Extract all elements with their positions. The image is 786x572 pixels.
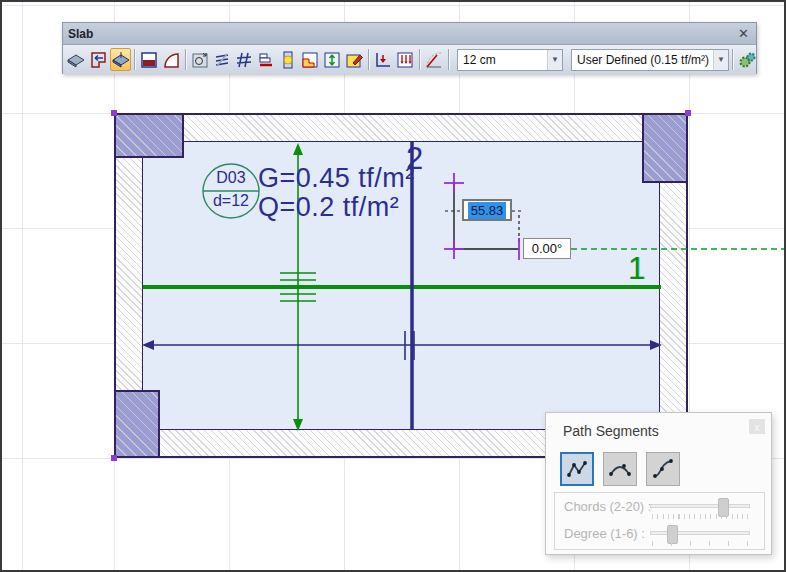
slope-lines-icon[interactable] <box>212 48 233 71</box>
toolbar-separator <box>368 49 369 70</box>
thickness-combobox[interactable]: 12 cm ▼ <box>457 49 563 71</box>
new-slab-icon[interactable] <box>66 48 87 71</box>
thickness-value: 12 cm <box>458 53 547 67</box>
live-load-label: Q=0.2 tf/m² <box>258 194 399 221</box>
column-bottom-left[interactable] <box>114 390 160 458</box>
toolbar-separator <box>419 49 420 70</box>
arc-slab-icon[interactable] <box>161 48 182 71</box>
dimension-value[interactable]: 55.83 <box>468 202 507 219</box>
toolbar-row: 12 cm ▼ User Defined (0.15 tf/m²) ▼ <box>63 45 756 74</box>
spline-icon <box>651 457 675 481</box>
toolbar-titlebar[interactable]: Slab ✕ <box>63 23 756 45</box>
slab-tag-thickness: d=12 <box>203 193 259 209</box>
toolbar-separator <box>732 49 733 70</box>
degree-ticks <box>652 541 749 546</box>
chevron-down-icon[interactable]: ▼ <box>547 50 562 70</box>
dead-load-label: G=0.45 tf/m² <box>258 165 415 192</box>
hatch-axes-icon[interactable] <box>234 48 255 71</box>
degree-label: Degree (1-6) : <box>564 526 645 541</box>
corner-panel-icon[interactable] <box>300 48 321 71</box>
close-icon[interactable]: ✕ <box>738 26 749 41</box>
toolbar-separator <box>134 49 135 70</box>
toolbar-title: Slab <box>68 27 738 41</box>
arc-icon <box>608 457 632 481</box>
distributed-load-icon[interactable] <box>395 48 416 71</box>
polyline-slab-icon[interactable] <box>88 48 109 71</box>
spline-segment-button[interactable] <box>646 452 680 486</box>
angle-measure-icon[interactable] <box>424 48 445 71</box>
load-combobox[interactable]: User Defined (0.15 tf/m²) ▼ <box>571 49 729 71</box>
column-top-left[interactable] <box>114 113 184 158</box>
chords-label: Chords (2-20) : <box>564 499 651 514</box>
toolbar-separator <box>448 49 449 70</box>
app-window: D03 d=12 G=0.45 tf/m² Q=0.2 tf/m² 2 1 55… <box>0 0 786 572</box>
chevron-down-icon[interactable]: ▼ <box>713 50 728 70</box>
load-value: User Defined (0.15 tf/m²) <box>572 53 713 67</box>
degree-slider[interactable] <box>650 531 750 535</box>
slab-tag-code: D03 <box>205 170 257 186</box>
axis-2-label: 2 <box>406 143 423 174</box>
dimension-input[interactable]: 55.83 <box>462 199 512 221</box>
point-support-icon[interactable] <box>373 48 394 71</box>
drop-panel-icon[interactable] <box>139 48 160 71</box>
arc-segment-button[interactable] <box>603 452 637 486</box>
axis-1-label: 1 <box>628 253 645 284</box>
column-top-right[interactable] <box>642 113 688 183</box>
toolbar-separator <box>185 49 186 70</box>
selection-handle[interactable] <box>685 110 691 116</box>
selection-handle[interactable] <box>111 455 117 461</box>
levels-stack-icon[interactable] <box>256 48 277 71</box>
panel-title: Path Segments <box>563 423 659 439</box>
chords-slider[interactable] <box>650 504 750 508</box>
polyline-segment-button[interactable] <box>560 452 594 486</box>
opening-drill-icon[interactable] <box>190 48 211 71</box>
polyline-icon <box>565 457 589 481</box>
segment-options-group: Chords (2-20) : Degree (1-6) : <box>554 492 765 550</box>
column-head-icon[interactable] <box>278 48 299 71</box>
selection-handle[interactable] <box>111 110 117 116</box>
path-segments-panel: Path Segments x Chords (2-20) : <box>545 412 772 555</box>
modify-region-icon[interactable] <box>344 48 365 71</box>
slab-toolbar-window: Slab ✕ 12 cm ▼ <box>62 22 757 74</box>
chords-ticks <box>652 514 749 519</box>
edit-slab-icon[interactable] <box>110 48 131 71</box>
close-icon[interactable]: x <box>749 419 765 434</box>
span-direction-icon[interactable] <box>322 48 343 71</box>
angle-readout: 0.00° <box>523 238 571 259</box>
settings-gears-icon[interactable] <box>737 48 758 71</box>
